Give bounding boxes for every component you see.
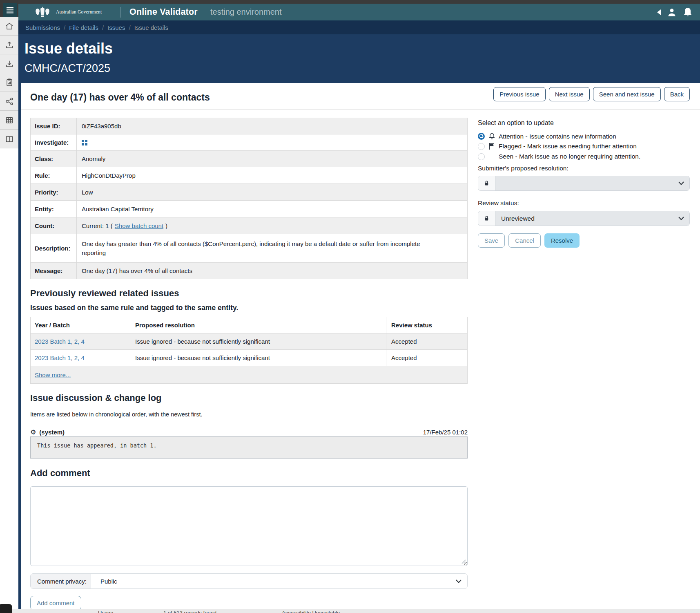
seen-and-next-issue-button[interactable]: Seen and next issue — [593, 87, 661, 101]
resolution-cell: Issue ignored - because not sufficiently… — [130, 333, 386, 349]
chevron-left-icon[interactable] — [657, 9, 661, 15]
user-icon[interactable] — [667, 7, 677, 18]
row-label: Rule: — [31, 167, 77, 183]
table-row-description: Description: One day has greater than 4%… — [31, 234, 467, 263]
resolve-button[interactable]: Resolve — [544, 233, 580, 248]
related-issues-subheading: Issues based on the same rule and tagged… — [30, 304, 238, 312]
resolution-select[interactable] — [478, 176, 690, 191]
related-issues-table: Year / Batch Proposed resolution Review … — [30, 317, 468, 384]
sidebar-item-documentation[interactable] — [0, 130, 18, 148]
app-title: Online Validator — [129, 7, 198, 17]
home-icon — [5, 22, 14, 31]
environment-label: testing environment — [210, 7, 282, 17]
status-cell: Accepted — [386, 350, 467, 366]
row-label: Investigate: — [31, 134, 77, 150]
breadcrumb-separator: / — [64, 24, 65, 31]
row-label: Description: — [31, 234, 77, 262]
log-entry-timestamp: 17/Feb/25 01:02 — [423, 429, 468, 436]
investigate-grid-icon[interactable] — [82, 140, 87, 145]
log-entry-message: This issue has appeared, in batch 1. — [30, 436, 468, 459]
breadcrumb-link-file-details[interactable]: File details — [69, 24, 98, 31]
flag-icon — [488, 143, 496, 150]
sidebar-item-tables[interactable] — [0, 111, 18, 130]
table-row: 2023 Batch 1, 2, 4 Issue ignored - becau… — [31, 350, 467, 366]
table-row-count: Count: Current: 1 ( Show batch count ) — [31, 217, 467, 234]
issue-nav-buttons: Previous issue Next issue Seen and next … — [493, 87, 690, 101]
download-icon — [5, 59, 14, 68]
comment-textarea[interactable] — [30, 486, 468, 566]
review-status-value: Unreviewed — [501, 215, 535, 222]
breadcrumb: Submissions / File details / Issues / Is… — [25, 24, 168, 31]
update-panel-buttons: Save Cancel Resolve — [478, 233, 580, 248]
cancel-button[interactable]: Cancel — [508, 233, 541, 248]
row-value — [77, 134, 467, 150]
hamburger-icon — [6, 7, 14, 13]
share-nodes-icon — [5, 97, 14, 106]
save-button[interactable]: Save — [478, 233, 505, 248]
book-icon — [5, 134, 14, 143]
breadcrumb-link-submissions[interactable]: Submissions — [25, 24, 60, 31]
chevron-down-icon — [678, 217, 684, 220]
radio-selected[interactable] — [478, 133, 485, 140]
breadcrumb-link-issues[interactable]: Issues — [107, 24, 125, 31]
add-comment-button[interactable]: Add comment — [30, 596, 81, 610]
comment-privacy-group: Comment privacy: Public — [30, 573, 468, 589]
sidebar-item-share[interactable] — [0, 92, 18, 111]
radio-option-attention[interactable]: Attention - Issue contains new informati… — [478, 132, 616, 140]
corner-widget-button[interactable] — [0, 604, 12, 613]
description-text: One day has greater than 4% of all conta… — [82, 239, 441, 257]
resolution-cell: Issue ignored - because not sufficiently… — [130, 350, 386, 366]
discussion-note: Items are listed below in chronological … — [30, 411, 203, 418]
app-header: Australian Government Online Validator t… — [18, 4, 700, 20]
row-label: Entity: — [31, 201, 77, 217]
show-batch-count-link[interactable]: Show batch count — [115, 222, 163, 229]
column-header-review-status: Review status — [386, 317, 467, 333]
radio-option-flagged[interactable]: Flagged - Mark issue as needing further … — [478, 143, 637, 150]
resolution-label: Submitter's proposed resolution: — [478, 165, 568, 172]
bell-icon[interactable] — [683, 7, 693, 18]
page-title: Issue details — [25, 40, 113, 57]
related-issues-heading: Previously reviewed related issues — [30, 288, 179, 299]
table-row-entity: Entity: Australian Capital Territory — [31, 201, 467, 217]
row-value: 0iZF43a905db — [77, 118, 467, 134]
previous-issue-button[interactable]: Previous issue — [493, 87, 546, 101]
comment-privacy-value: Public — [100, 578, 117, 585]
review-status-label: Review status: — [478, 199, 519, 207]
radio-label: Flagged - Mark issue as needing further … — [499, 143, 637, 150]
header-divider — [120, 7, 121, 18]
gear-icon: ⚙ — [30, 428, 36, 436]
hamburger-menu-button[interactable] — [3, 3, 17, 17]
sidebar-item-home[interactable] — [0, 17, 18, 36]
coat-of-arms-logo — [33, 6, 52, 19]
resolution-select-value — [495, 176, 689, 190]
show-more-link[interactable]: Show more... — [35, 371, 71, 378]
row-value: Current: 1 ( Show batch count ) — [77, 217, 467, 234]
top-window-strip — [0, 0, 700, 4]
sidebar-item-upload[interactable] — [0, 36, 18, 54]
table-icon — [5, 116, 14, 125]
issue-heading: One day (17) has over 4% of all contacts — [30, 92, 210, 103]
back-button[interactable]: Back — [664, 87, 690, 101]
sidebar-item-download[interactable] — [0, 54, 18, 73]
radio-option-seen[interactable]: Seen - Mark issue as no longer requiring… — [478, 153, 640, 160]
sidebar-item-reports[interactable] — [0, 73, 18, 92]
table-row-class: Class: Anomaly — [31, 151, 467, 167]
comment-privacy-select[interactable]: Public — [91, 574, 467, 588]
breadcrumb-current: Issue details — [134, 24, 168, 31]
content-card: One day (17) has over 4% of all contacts… — [21, 83, 700, 609]
discussion-heading: Issue discussion & change log — [30, 393, 162, 403]
issue-details-table: Issue ID: 0iZF43a905db Investigate: Clas… — [30, 118, 468, 279]
page-header: Issue details CMHC/ACT/2025 — [18, 34, 700, 83]
review-status-select[interactable]: Unreviewed — [478, 211, 690, 226]
table-row: 2023 Batch 1, 2, 4 Issue ignored - becau… — [31, 333, 467, 350]
year-batch-link[interactable]: 2023 Batch 1, 2, 4 — [35, 354, 85, 361]
radio-unselected[interactable] — [478, 143, 485, 150]
year-batch-link[interactable]: 2023 Batch 1, 2, 4 — [35, 338, 85, 345]
breadcrumb-separator: / — [129, 24, 130, 31]
lock-icon — [478, 211, 495, 226]
radio-unselected[interactable] — [478, 153, 485, 160]
count-suffix: ) — [165, 222, 167, 229]
column-header-proposed-resolution: Proposed resolution — [130, 317, 386, 333]
next-issue-button[interactable]: Next issue — [549, 87, 590, 101]
breadcrumb-separator: / — [102, 24, 104, 31]
